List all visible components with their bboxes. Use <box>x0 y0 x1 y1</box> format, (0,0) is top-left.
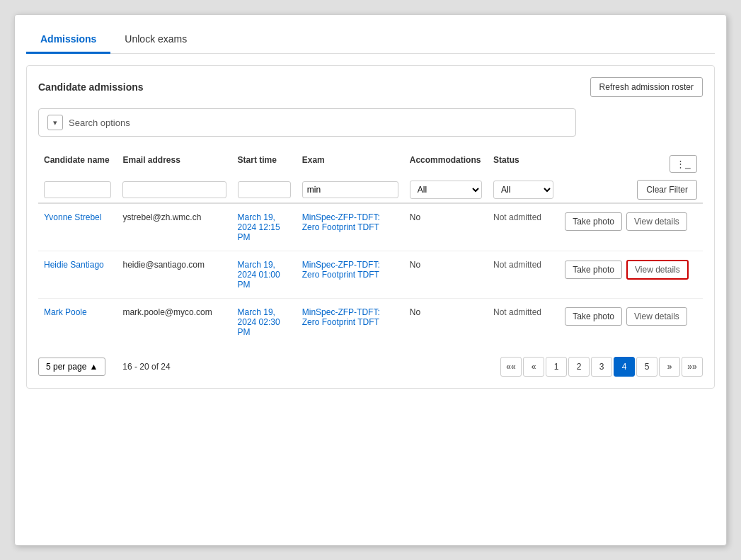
search-options-toggle[interactable]: ▾ <box>47 115 63 130</box>
per-page-selector[interactable]: 5 per page ▲ <box>38 358 105 376</box>
status-cell: Not admitted <box>488 299 559 346</box>
page-btn-1[interactable]: 1 <box>546 357 567 377</box>
candidate-email: mark.poole@myco.com <box>117 299 231 346</box>
main-container: Admissions Unlock exams Candidate admiss… <box>14 14 727 546</box>
candidate-name-link[interactable]: Mark Poole <box>44 307 87 317</box>
view-details-button[interactable]: View details <box>626 307 687 326</box>
exam-cell: MinSpec-ZFP-TDFT: Zero Footprint TDFT <box>297 251 404 299</box>
start-time-cell: March 19, 2024 12:15 PM <box>232 203 297 251</box>
column-settings-button[interactable]: ⋮⎯ <box>670 155 697 173</box>
take-photo-button[interactable]: Take photo <box>565 307 622 326</box>
filter-candidate-name[interactable] <box>44 181 111 198</box>
filter-email[interactable] <box>122 181 226 198</box>
page-btn-»[interactable]: » <box>659 357 680 377</box>
col-header-accommodations: Accommodations <box>404 151 488 177</box>
take-photo-button[interactable]: Take photo <box>565 212 622 231</box>
table-row: Heidie Santiago heidie@santiago.com Marc… <box>38 251 703 299</box>
pagination-controls: «««12345»»» <box>500 357 703 377</box>
exam-cell: MinSpec-ZFP-TDFT: Zero Footprint TDFT <box>297 299 404 346</box>
page-btn-»»[interactable]: »» <box>682 357 703 377</box>
refresh-roster-button[interactable]: Refresh admission roster <box>590 77 703 97</box>
filter-status[interactable]: All <box>493 181 553 199</box>
candidates-table: Candidate name Email address Start time … <box>38 151 703 345</box>
filter-start-time[interactable] <box>238 181 291 198</box>
search-options-box: ▾ Search options <box>38 108 576 137</box>
page-btn-4[interactable]: 4 <box>614 357 635 377</box>
tab-unlock-exams[interactable]: Unlock exams <box>110 26 201 54</box>
status-cell: Not admitted <box>488 251 559 299</box>
col-header-actions: ⋮⎯ <box>559 151 703 177</box>
clear-filter-button[interactable]: Clear Filter <box>637 180 697 200</box>
col-header-start-time: Start time <box>232 151 297 177</box>
candidate-name-link[interactable]: Heidie Santiago <box>44 260 104 270</box>
start-time-cell: March 19, 2024 02:30 PM <box>232 299 297 346</box>
pagination-bar: 5 per page ▲ 16 - 20 of 24 «««12345»»» <box>38 357 703 377</box>
view-details-button[interactable]: View details <box>626 212 687 231</box>
action-buttons: Take photo View details <box>565 212 697 231</box>
col-header-email: Email address <box>117 151 231 177</box>
start-time-cell: March 19, 2024 01:00 PM <box>232 251 297 299</box>
action-buttons: Take photo View details <box>565 307 697 326</box>
filter-exam[interactable] <box>302 181 398 198</box>
search-options-label: Search options <box>69 118 130 128</box>
candidate-email: ystrebel@zh.wmc.ch <box>117 203 231 251</box>
candidate-email: heidie@santiago.com <box>117 251 231 299</box>
accommodations-cell: No <box>404 299 488 346</box>
table-row: Yvonne Strebel ystrebel@zh.wmc.ch March … <box>38 203 703 251</box>
page-btn-3[interactable]: 3 <box>591 357 612 377</box>
page-btn-5[interactable]: 5 <box>636 357 657 377</box>
exam-cell: MinSpec-ZFP-TDFT: Zero Footprint TDFT <box>297 203 404 251</box>
page-range-info: 16 - 20 of 24 <box>122 362 170 372</box>
take-photo-button[interactable]: Take photo <box>565 261 622 279</box>
status-cell: Not admitted <box>488 203 559 251</box>
accommodations-cell: No <box>404 251 488 299</box>
tabs-bar: Admissions Unlock exams <box>26 26 715 54</box>
filter-accommodations[interactable]: All <box>410 181 482 199</box>
per-page-label: 5 per page <box>46 362 86 372</box>
col-header-status: Status <box>488 151 559 177</box>
page-btn-2[interactable]: 2 <box>568 357 590 377</box>
view-details-button[interactable]: View details <box>626 260 689 280</box>
page-btn-««[interactable]: «« <box>500 357 522 377</box>
per-page-arrow: ▲ <box>89 362 98 372</box>
col-header-candidate-name: Candidate name <box>38 151 117 177</box>
panel-title: Candidate admissions <box>38 81 144 93</box>
accommodations-cell: No <box>404 203 488 251</box>
candidate-name-link[interactable]: Yvonne Strebel <box>44 212 101 222</box>
col-header-exam: Exam <box>297 151 404 177</box>
admissions-panel: Candidate admissions Refresh admission r… <box>26 65 715 389</box>
panel-header: Candidate admissions Refresh admission r… <box>38 77 703 97</box>
table-row: Mark Poole mark.poole@myco.com March 19,… <box>38 299 703 346</box>
action-buttons: Take photo View details <box>565 260 697 280</box>
tab-admissions[interactable]: Admissions <box>26 26 110 54</box>
page-btn-«[interactable]: « <box>523 357 544 377</box>
